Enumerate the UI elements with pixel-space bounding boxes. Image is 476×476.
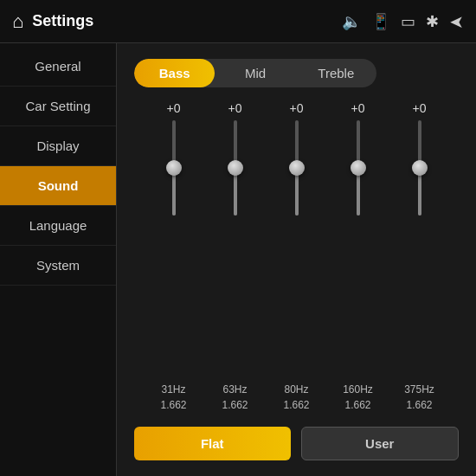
eq-labels-row: 31Hz 1.662 63Hz 1.662 80Hz 1.662 160Hz 1…: [134, 382, 459, 413]
home-icon[interactable]: ⌂: [12, 10, 23, 33]
eq-value-4: +0: [398, 101, 441, 115]
sidebar: General Car Setting Display Sound Langua…: [0, 43, 117, 476]
sidebar-item-car-setting[interactable]: Car Setting: [0, 87, 116, 126]
sidebar-item-language[interactable]: Language: [0, 206, 116, 246]
eq-label-1: 63Hz 1.662: [214, 382, 257, 413]
eq-tabs: Bass Mid Treble: [134, 59, 376, 87]
bottom-buttons: Flat User: [134, 427, 459, 460]
header-title: Settings: [32, 12, 93, 30]
slider-thumb-0[interactable]: [166, 160, 182, 176]
slider-track-3[interactable]: [357, 120, 360, 215]
slider-track-4[interactable]: [418, 120, 421, 215]
sidebar-item-display[interactable]: Display: [0, 126, 116, 166]
eq-label-4: 375Hz 1.662: [398, 382, 441, 413]
slider-col-4: [398, 120, 441, 376]
header: ⌂ Settings 🔈 📱 ▭ ✱ ➤: [0, 0, 476, 43]
header-left: ⌂ Settings: [12, 10, 93, 33]
slider-col-2: [275, 120, 318, 376]
main-layout: General Car Setting Display Sound Langua…: [0, 43, 476, 476]
slider-col-1: [214, 120, 257, 376]
slider-thumb-1[interactable]: [228, 160, 243, 176]
flat-button[interactable]: Flat: [134, 427, 291, 460]
slider-track-0[interactable]: [172, 120, 176, 215]
slider-col-0: [152, 120, 196, 376]
screen-icon[interactable]: ▭: [401, 12, 415, 31]
user-button[interactable]: User: [301, 427, 460, 460]
slider-track-2[interactable]: [295, 120, 299, 215]
header-icons: 🔈 📱 ▭ ✱ ➤: [342, 11, 464, 32]
slider-thumb-3[interactable]: [351, 160, 366, 176]
eq-value-1: +0: [214, 101, 257, 115]
eq-values-row: +0 +0 +0 +0 +0: [134, 101, 459, 115]
eq-label-3: 160Hz 1.662: [337, 382, 380, 413]
eq-value-0: +0: [152, 101, 196, 115]
back-icon[interactable]: ➤: [449, 11, 464, 32]
slider-col-3: [337, 120, 380, 376]
eq-area: +0 +0 +0 +0 +0: [134, 101, 459, 413]
slider-thumb-4[interactable]: [412, 160, 428, 176]
eq-value-3: +0: [337, 101, 380, 115]
phone-icon[interactable]: 📱: [371, 12, 390, 31]
volume-icon[interactable]: 🔈: [342, 12, 361, 31]
eq-value-2: +0: [275, 101, 318, 115]
content-area: Bass Mid Treble +0 +0 +0 +0 +0: [117, 43, 476, 476]
slider-thumb-2[interactable]: [289, 160, 305, 176]
eq-sliders-row: [134, 120, 459, 376]
tab-bass[interactable]: Bass: [134, 59, 215, 87]
bluetooth-icon[interactable]: ✱: [426, 12, 439, 31]
sidebar-item-general[interactable]: General: [0, 47, 116, 87]
sidebar-item-system[interactable]: System: [0, 246, 116, 286]
sidebar-item-sound[interactable]: Sound: [0, 166, 116, 206]
tab-treble[interactable]: Treble: [296, 59, 376, 87]
eq-label-2: 80Hz 1.662: [275, 382, 318, 413]
slider-track-1[interactable]: [234, 120, 237, 215]
eq-label-0: 31Hz 1.662: [152, 382, 196, 413]
tab-mid[interactable]: Mid: [215, 59, 295, 87]
